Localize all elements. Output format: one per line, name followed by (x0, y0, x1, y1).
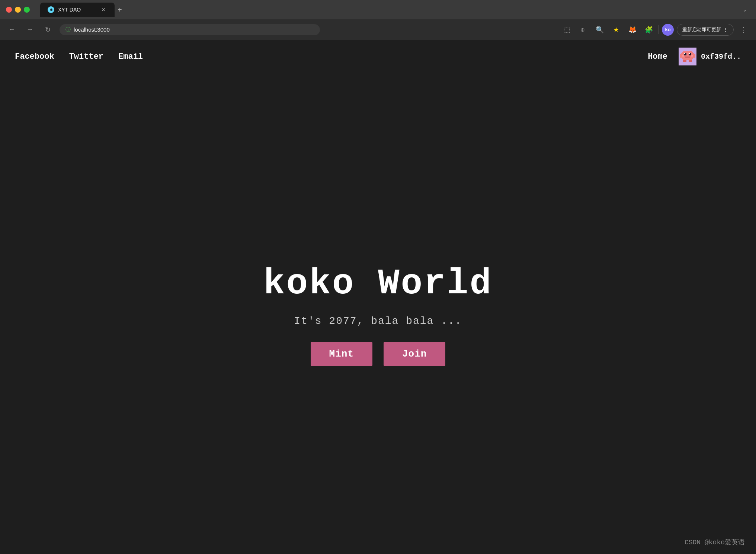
site-nav: Facebook Twitter Email Home (0, 40, 756, 73)
email-link[interactable]: Email (118, 52, 143, 61)
watermark: CSDN @koko爱英语 (685, 538, 745, 547)
address-bar: ← → ↻ ⓘ localhost:3000 ⬚ ⊕ 🔍 ★ 🦊 🧩 ko (0, 19, 756, 40)
twitter-link[interactable]: Twitter (69, 52, 103, 61)
window-controls (6, 7, 30, 13)
puzzle-extension-button[interactable]: 🧩 (642, 23, 656, 36)
secure-icon: ⓘ (65, 26, 71, 33)
minimize-button[interactable] (15, 7, 21, 13)
title-bar: ⚛ XYT DAO ✕ + ⌄ (0, 0, 756, 19)
back-button[interactable]: ← (6, 24, 18, 36)
update-button[interactable]: 重新启动即可更新 ⋮ (677, 24, 734, 36)
nav-left: Facebook Twitter Email (15, 52, 143, 61)
url-text: localhost:3000 (74, 26, 110, 33)
hero-subtitle: It's 2077, bala bala ... (294, 315, 462, 327)
tab-expand-button[interactable]: ⌄ (740, 5, 750, 14)
facebook-link[interactable]: Facebook (15, 52, 54, 61)
wallet-address[interactable]: 0xf39fd.. (701, 52, 741, 61)
home-link[interactable]: Home (648, 52, 667, 61)
fox-extension-button[interactable]: 🦊 (626, 23, 639, 36)
toolbar-divider (659, 25, 659, 34)
maximize-button[interactable] (24, 7, 30, 13)
svg-text:⊕: ⊕ (580, 27, 585, 33)
hero-section: koko World It's 2077, bala bala ... Mint… (0, 73, 756, 554)
nav-right: Home (648, 48, 741, 65)
tab-close-button[interactable]: ✕ (100, 6, 107, 13)
browser-chrome: ⚛ XYT DAO ✕ + ⌄ ← → ↻ ⓘ localhost:3000 ⬚ (0, 0, 756, 40)
bookmark-button[interactable]: ★ (609, 23, 623, 36)
cast-button[interactable]: ⬚ (560, 23, 574, 36)
profile-button[interactable]: ko (662, 24, 674, 36)
new-tab-button[interactable]: + (115, 4, 125, 16)
svg-rect-13 (693, 54, 695, 58)
wallet-container: 0xf39fd.. (679, 48, 741, 65)
search-button[interactable]: 🔍 (593, 23, 606, 36)
refresh-button[interactable]: ↻ (42, 24, 54, 36)
wallet-avatar (679, 48, 696, 65)
tab-favicon: ⚛ (48, 6, 54, 13)
hero-title: koko World (263, 264, 493, 304)
svg-rect-9 (685, 57, 690, 58)
svg-rect-15 (689, 60, 692, 62)
svg-rect-14 (683, 60, 686, 62)
svg-rect-12 (680, 54, 682, 58)
svg-rect-8 (689, 53, 690, 54)
hero-buttons: Mint Join (311, 342, 446, 366)
active-tab[interactable]: ⚛ XYT DAO ✕ (40, 3, 115, 17)
more-button[interactable]: ⋮ (737, 23, 750, 36)
join-button[interactable]: Join (384, 342, 445, 366)
svg-rect-10 (682, 55, 684, 57)
tab-bar: ⚛ XYT DAO ✕ + (40, 3, 735, 17)
translate-button[interactable]: ⊕ (577, 23, 590, 36)
tab-title: XYT DAO (58, 7, 81, 13)
address-bar-input[interactable]: ⓘ localhost:3000 (60, 24, 320, 35)
mint-button[interactable]: Mint (311, 342, 372, 366)
close-button[interactable] (6, 7, 12, 13)
toolbar-right: ⬚ ⊕ 🔍 ★ 🦊 🧩 ko 重新启动即可更新 ⋮ ⋮ (560, 23, 750, 36)
forward-button[interactable]: → (24, 24, 36, 36)
website-content: Facebook Twitter Email Home (0, 40, 756, 554)
svg-rect-11 (691, 55, 693, 57)
svg-rect-7 (684, 53, 685, 54)
